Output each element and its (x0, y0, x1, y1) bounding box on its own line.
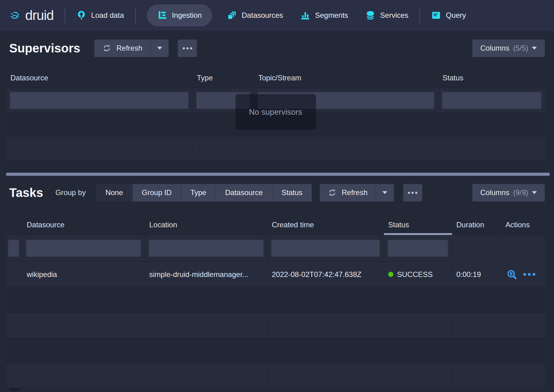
group-by-status-button[interactable]: Status (272, 184, 312, 202)
druid-logo[interactable]: druid (10, 8, 54, 23)
empty-row (6, 313, 545, 338)
supervisors-refresh-caret-button[interactable] (150, 40, 169, 57)
filter-input-type[interactable] (196, 92, 250, 109)
filter-input-location[interactable] (149, 240, 263, 257)
empty-row (6, 136, 545, 160)
refresh-label: Refresh (116, 44, 142, 52)
tasks-table: Datasource Location Created time Status … (6, 212, 545, 388)
bar-chart-icon (300, 10, 310, 20)
filter-input-status[interactable] (442, 92, 541, 109)
task-location-cell: simple-druid-middlemanager... (145, 261, 267, 287)
console-icon (431, 10, 441, 20)
column-header-actions[interactable]: Actions (501, 212, 545, 235)
column-header-location[interactable]: Location (145, 212, 267, 235)
filter-input-status[interactable] (388, 240, 448, 257)
filter-input-datasource[interactable] (26, 240, 141, 257)
nav-item-label: Load data (91, 11, 124, 20)
column-header-created-time[interactable]: Created time (267, 212, 384, 235)
nav-query[interactable]: Query (431, 10, 466, 20)
nav-services[interactable]: Services (365, 10, 408, 20)
empty-row (6, 288, 545, 313)
supervisors-table: Datasource Type Topic/Stream Status No s… (6, 65, 545, 167)
chevron-down-icon (532, 191, 537, 194)
supervisors-refresh-button[interactable]: Refresh (94, 40, 150, 57)
refresh-label: Refresh (342, 188, 368, 197)
group-by-group-id-button[interactable]: Group ID (132, 184, 181, 202)
supervisors-more-button[interactable] (178, 40, 197, 57)
group-by-none-button[interactable]: None (96, 184, 132, 202)
refresh-icon (102, 44, 111, 53)
group-by-label: Group by (55, 188, 86, 197)
column-header-duration[interactable]: Duration (452, 212, 501, 235)
nav-item-label: Ingestion (172, 11, 202, 20)
tasks-refresh-button[interactable]: Refresh (320, 184, 376, 202)
gantt-chart-icon (157, 10, 167, 20)
columns-label: Columns (480, 44, 509, 52)
nav-load-data[interactable]: Load data (76, 10, 124, 20)
empty-row (6, 338, 545, 363)
column-header-topic-stream[interactable]: Topic/Stream (254, 65, 438, 88)
chevron-down-icon (532, 47, 537, 50)
filter-input-topic-stream[interactable] (258, 92, 434, 109)
group-by-segmented-control: None Group ID Type Datasource Status (96, 184, 312, 202)
empty-row (6, 113, 545, 136)
column-header-status[interactable]: Status (438, 65, 545, 88)
nav-divider (419, 7, 420, 24)
nav-segments[interactable]: Segments (300, 10, 348, 20)
column-header-type[interactable]: Type (193, 65, 254, 88)
more-icon (408, 192, 410, 194)
inspect-task-icon[interactable] (507, 269, 517, 280)
refresh-icon (328, 188, 337, 197)
empty-row (6, 160, 545, 167)
more-icon (183, 47, 185, 49)
supervisors-title: Supervisors (9, 41, 80, 55)
nav-ingestion[interactable]: Ingestion (147, 4, 212, 26)
column-header-datasource[interactable]: Datasource (6, 65, 193, 88)
column-header-status[interactable]: Status (384, 212, 452, 235)
columns-count: (5/5) (513, 44, 528, 52)
nav-item-label: Query (446, 11, 466, 20)
tasks-columns-button[interactable]: Columns (9/9) (472, 184, 545, 202)
column-header-stub (6, 212, 22, 235)
status-badge: SUCCESS (397, 270, 433, 279)
task-actions-cell (501, 261, 545, 287)
tasks-more-button[interactable] (403, 184, 422, 202)
columns-label: Columns (480, 188, 509, 197)
chevron-down-icon (157, 47, 162, 50)
database-icon (365, 10, 375, 20)
tasks-hscrollbar-thumb[interactable] (10, 388, 20, 391)
column-header-datasource[interactable]: Datasource (22, 212, 145, 235)
tasks-filter-row (6, 235, 545, 261)
upload-icon (76, 10, 86, 20)
supervisors-toolbar: Supervisors Refresh Columns (5/5) (0, 39, 554, 57)
filter-input-datasource[interactable] (10, 92, 189, 109)
chevron-down-icon (382, 191, 387, 194)
columns-count: (9/9) (513, 188, 528, 197)
task-id-cell (6, 261, 22, 287)
nav-divider (135, 7, 136, 24)
filter-input-task-id[interactable] (8, 240, 19, 257)
nav-item-label: Services (380, 11, 408, 20)
tasks-title: Tasks (9, 186, 43, 200)
task-datasource-cell: wikipedia (22, 261, 145, 287)
filter-input-created-time[interactable] (271, 240, 380, 257)
nav-datasources[interactable]: Datasources (227, 10, 283, 20)
task-status-cell: SUCCESS (384, 261, 452, 287)
task-row-wikipedia[interactable]: wikipedia simple-druid-middlemanager... … (6, 261, 545, 288)
task-created-time-cell: 2022-08-02T07:42:47.638Z (267, 261, 384, 287)
supervisors-header-row: Datasource Type Topic/Stream Status (6, 65, 545, 88)
task-duration-cell: 0:00:19 (452, 261, 501, 287)
nav-item-label: Datasources (242, 11, 283, 20)
tasks-refresh-split: Refresh (320, 184, 394, 202)
group-by-datasource-button[interactable]: Datasource (216, 184, 272, 202)
top-nav: druid Load data Ingestion Datasources (0, 0, 554, 31)
druid-logo-icon (10, 10, 20, 20)
tasks-header-row: Datasource Location Created time Status … (6, 212, 545, 235)
supervisors-filter-row (6, 88, 545, 113)
supervisors-columns-button[interactable]: Columns (5/5) (472, 40, 545, 57)
task-more-actions-icon[interactable] (523, 273, 535, 276)
tasks-refresh-caret-button[interactable] (376, 184, 394, 202)
group-by-type-button[interactable]: Type (181, 184, 216, 202)
layers-icon (227, 10, 237, 20)
supervisors-hscrollbar[interactable] (6, 173, 550, 176)
